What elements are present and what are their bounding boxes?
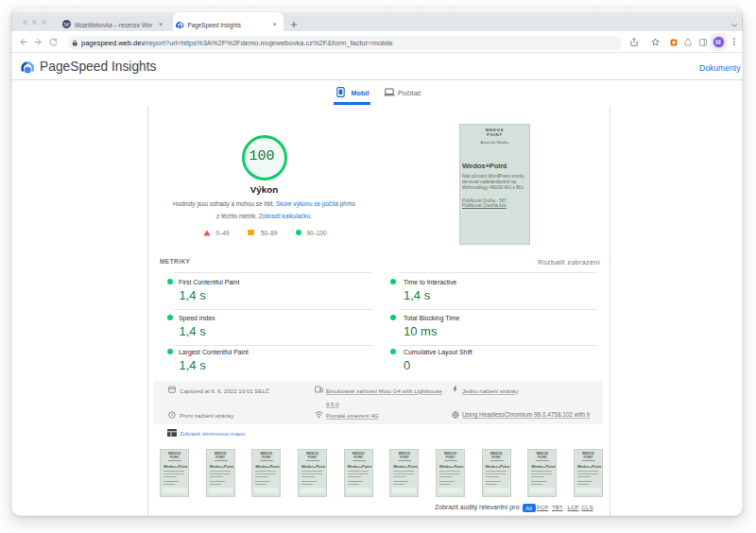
svg-text:W: W — [63, 21, 70, 27]
